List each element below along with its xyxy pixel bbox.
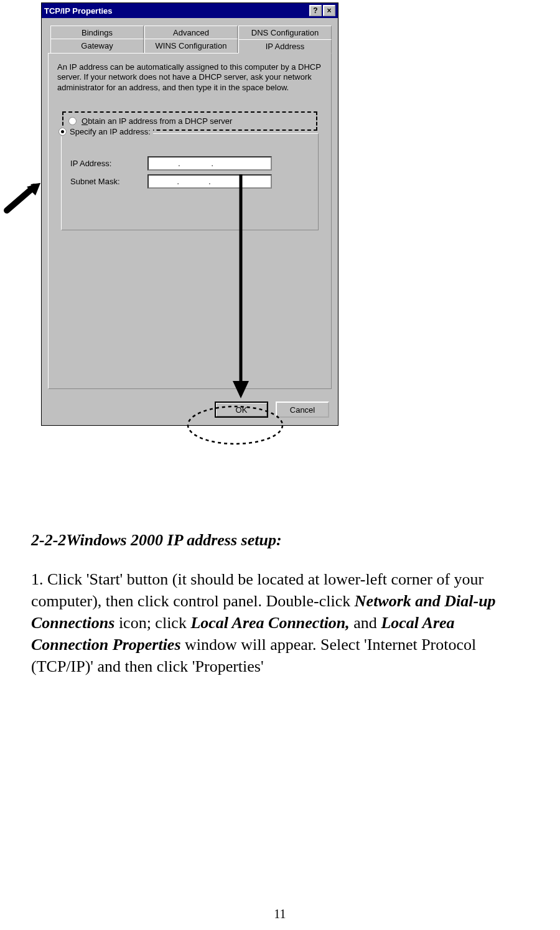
question-icon: ? [313, 7, 317, 14]
dialog-footer: OK Cancel [42, 395, 338, 425]
radio-specify-ip[interactable]: Specify an IP address: [58, 127, 153, 136]
radio-obtain-dhcp-label: Obtain an IP address from a DHCP server [82, 116, 232, 126]
instruction-paragraph: 1. Click 'Start' button (it should be lo… [31, 568, 529, 677]
ip-address-label: IP Address: [70, 159, 139, 168]
section-heading: 2-2-2Windows 2000 IP address setup: [31, 529, 529, 551]
tab-ip-address[interactable]: IP Address [238, 39, 332, 54]
subnet-octet-4[interactable] [245, 176, 269, 187]
subnet-mask-label: Subnet Mask: [70, 177, 139, 186]
radio-icon [58, 128, 67, 136]
close-button[interactable]: × [323, 5, 335, 16]
radio-icon [68, 117, 77, 125]
tab-row-1: Bindings Advanced DNS Configuration [48, 26, 332, 39]
tab-row-2: Gateway WINS Configuration IP Address [48, 39, 332, 53]
subnet-octet-3[interactable] [213, 176, 238, 187]
dialog-client-area: Bindings Advanced DNS Configuration Gate… [42, 18, 338, 395]
page-number: 11 [0, 907, 560, 921]
info-text: An IP address can be automatically assig… [57, 62, 322, 93]
svg-marker-2 [27, 183, 40, 195]
ip-octet-3[interactable] [217, 157, 241, 169]
svg-marker-0 [6, 183, 40, 212]
tab-bindings[interactable]: Bindings [50, 26, 144, 39]
ip-address-row: IP Address: . . [70, 156, 309, 171]
close-icon: × [327, 7, 331, 14]
subnet-mask-row: Subnet Mask: . . . [70, 174, 309, 189]
tab-advanced[interactable]: Advanced [144, 26, 238, 39]
cancel-button[interactable]: Cancel [276, 402, 329, 418]
tab-panel-ip-address: An IP address can be automatically assig… [48, 53, 332, 389]
tab-wins-configuration[interactable]: WINS Configuration [144, 39, 238, 53]
subnet-octet-1[interactable] [150, 176, 175, 187]
ok-button[interactable]: OK [215, 402, 268, 418]
subnet-mask-input[interactable]: . . . [147, 174, 272, 189]
subnet-octet-2[interactable] [182, 176, 207, 187]
annotation-pointer-arrow-icon [3, 183, 40, 214]
ip-octet-4[interactable] [245, 157, 269, 169]
ip-address-input[interactable]: . . [147, 156, 272, 171]
document-body: 2-2-2Windows 2000 IP address setup: 1. C… [31, 529, 529, 678]
radio-dot-icon [61, 130, 64, 133]
ip-octet-1[interactable] [150, 157, 175, 169]
help-button[interactable]: ? [309, 5, 322, 16]
radio-specify-ip-label: Specify an IP address: [70, 127, 151, 136]
svg-line-1 [7, 187, 34, 210]
tab-strip: Bindings Advanced DNS Configuration Gate… [48, 26, 332, 53]
radio-obtain-dhcp[interactable]: Obtain an IP address from a DHCP server [67, 115, 233, 127]
tab-gateway[interactable]: Gateway [50, 39, 144, 53]
tab-dns-configuration[interactable]: DNS Configuration [238, 26, 332, 39]
tcpip-properties-dialog: TCP/IP Properties ? × Bindings Advanced … [41, 2, 338, 426]
ip-octet-2[interactable] [184, 157, 208, 169]
titlebar: TCP/IP Properties ? × [42, 3, 338, 18]
window-title: TCP/IP Properties [44, 6, 308, 16]
specify-ip-group: Specify an IP address: IP Address: . . S… [61, 133, 319, 230]
